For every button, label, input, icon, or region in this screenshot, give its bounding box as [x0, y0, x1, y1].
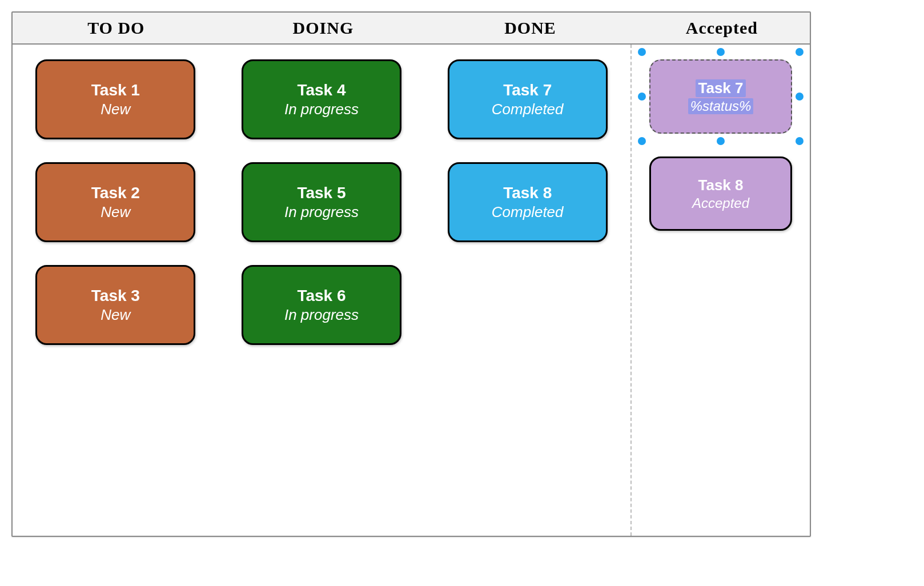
task-card[interactable]: Task 3 New	[35, 265, 195, 345]
resize-handle[interactable]	[796, 48, 804, 56]
column-done[interactable]: Task 7 Completed Task 8 Completed	[424, 45, 630, 536]
task-status: %status%	[688, 98, 754, 114]
column-header-doing: DOING	[220, 13, 427, 43]
task-title: Task 4	[297, 81, 346, 99]
resize-handle[interactable]	[796, 137, 804, 145]
resize-handle[interactable]	[717, 137, 725, 145]
task-card[interactable]: Task 1 New	[35, 59, 195, 139]
task-status: In progress	[284, 306, 359, 324]
task-title: Task 5	[297, 184, 346, 202]
task-card[interactable]: Task 7 Completed	[448, 59, 608, 139]
resize-handle[interactable]	[717, 48, 725, 56]
task-title: Task 2	[91, 184, 140, 202]
task-card-selected[interactable]: Task 7 %status%	[649, 59, 792, 134]
task-status: New	[101, 101, 130, 118]
task-card[interactable]: Task 8 Completed	[448, 162, 608, 242]
task-status: In progress	[284, 101, 359, 118]
selection-wrapper[interactable]: Task 7 %status%	[649, 59, 792, 134]
task-title: Task 8	[503, 184, 552, 202]
task-card[interactable]: Task 5 In progress	[242, 162, 401, 242]
task-title: Task 7	[503, 81, 552, 99]
column-header-accepted: Accepted	[634, 13, 810, 43]
column-header-done: DONE	[427, 13, 634, 43]
task-status: Completed	[492, 203, 564, 221]
column-header-todo: TO DO	[13, 13, 220, 43]
board-body: Task 1 New Task 2 New Task 3 New Task 4 …	[13, 45, 810, 536]
task-title: Task 6	[297, 287, 346, 305]
task-title: Task 1	[91, 81, 140, 99]
column-todo[interactable]: Task 1 New Task 2 New Task 3 New	[13, 45, 219, 536]
task-status: In progress	[284, 203, 359, 221]
task-title: Task 7	[696, 79, 745, 97]
task-status: New	[101, 306, 130, 324]
task-title: Task 8	[698, 176, 743, 194]
resize-handle[interactable]	[796, 93, 804, 101]
task-status: Accepted	[692, 195, 749, 211]
column-accepted[interactable]: Task 7 %status% Task 8 Accepted	[630, 45, 810, 536]
task-card[interactable]: Task 4 In progress	[242, 59, 401, 139]
task-card[interactable]: Task 2 New	[35, 162, 195, 242]
resize-handle[interactable]	[638, 48, 646, 56]
task-card[interactable]: Task 8 Accepted	[649, 156, 792, 231]
resize-handle[interactable]	[638, 137, 646, 145]
header-row: TO DO DOING DONE Accepted	[13, 13, 810, 45]
kanban-board[interactable]: TO DO DOING DONE Accepted Task 1 New Tas…	[11, 11, 811, 537]
task-card[interactable]: Task 6 In progress	[242, 265, 401, 345]
task-status: Completed	[492, 101, 564, 118]
task-status: New	[101, 203, 130, 221]
resize-handle[interactable]	[638, 93, 646, 101]
column-doing[interactable]: Task 4 In progress Task 5 In progress Ta…	[219, 45, 425, 536]
task-title: Task 3	[91, 287, 140, 305]
